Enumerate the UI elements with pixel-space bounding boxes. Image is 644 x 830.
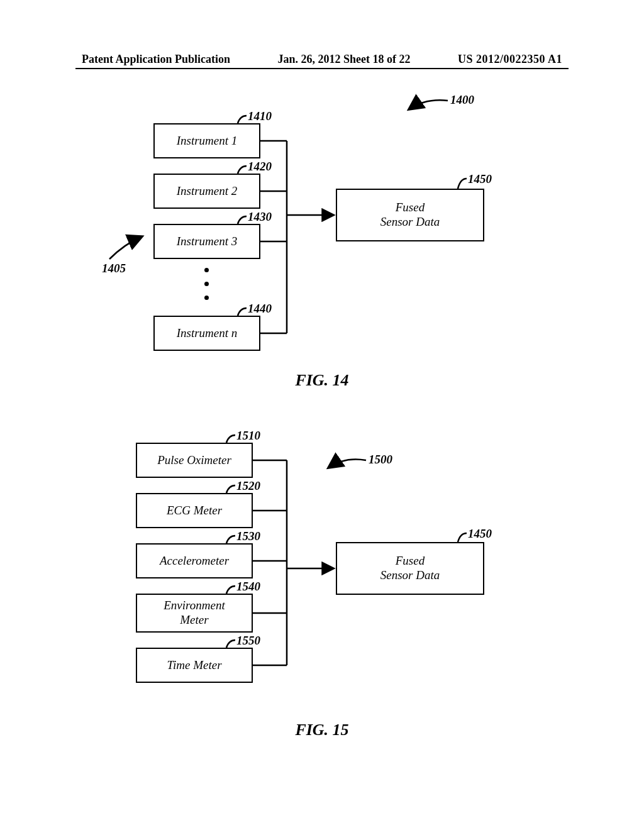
fig15-time-meter: Time Meter: [136, 648, 253, 683]
fig14-fused-box: Fused Sensor Data: [336, 189, 484, 241]
fig15-fused-box: Fused Sensor Data: [336, 542, 484, 595]
label-1440: 1440: [248, 302, 272, 316]
label-1405: 1405: [102, 262, 126, 275]
label-1550: 1550: [236, 634, 260, 648]
fig14-instrument-2: Instrument 2: [153, 174, 260, 209]
label-1530: 1530: [236, 529, 260, 543]
fig15-ecg-meter: ECG Meter: [136, 493, 253, 528]
fig15-accelerometer: Accelerometer: [136, 543, 253, 578]
connectors: [0, 0, 644, 830]
label-1500: 1500: [369, 453, 392, 467]
label-1540: 1540: [236, 580, 260, 594]
ellipsis-dot: [204, 268, 209, 272]
diagram-area: Instrument 1 Instrument 2 Instrument 3 I…: [0, 0, 644, 830]
label-1520: 1520: [236, 479, 260, 493]
fig14-instrument-1: Instrument 1: [153, 123, 260, 158]
label-1420: 1420: [248, 160, 272, 174]
fig14-instrument-n: Instrument n: [153, 316, 260, 351]
fig15-pulse-oximeter: Pulse Oximeter: [136, 443, 253, 478]
fig15-environment-meter: Environment Meter: [136, 594, 253, 633]
label-1430: 1430: [248, 210, 272, 224]
fig14-caption: FIG. 14: [0, 371, 644, 390]
label-1510: 1510: [236, 429, 260, 443]
fig15-caption: FIG. 15: [0, 721, 644, 739]
ellipsis-dot: [204, 296, 209, 300]
label-1450-a: 1450: [468, 172, 492, 186]
label-1410: 1410: [248, 109, 272, 123]
fig14-instrument-3: Instrument 3: [153, 224, 260, 259]
label-1400: 1400: [450, 93, 474, 107]
label-1450-b: 1450: [468, 527, 492, 541]
ellipsis-dot: [204, 282, 209, 286]
